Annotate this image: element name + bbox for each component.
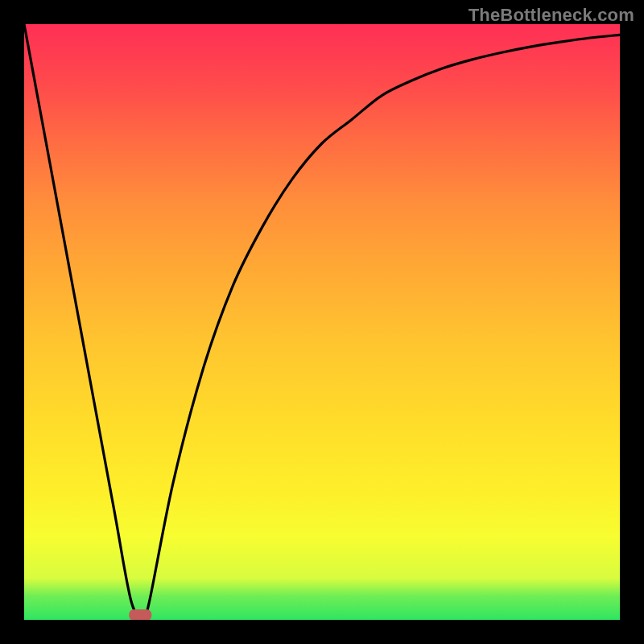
minimum-marker	[129, 609, 151, 620]
bottleneck-curve	[24, 24, 620, 620]
curve-path	[24, 24, 620, 616]
chart-frame: TheBottleneck.com	[0, 0, 644, 644]
watermark-text: TheBottleneck.com	[469, 5, 634, 26]
plot-area	[24, 24, 620, 620]
